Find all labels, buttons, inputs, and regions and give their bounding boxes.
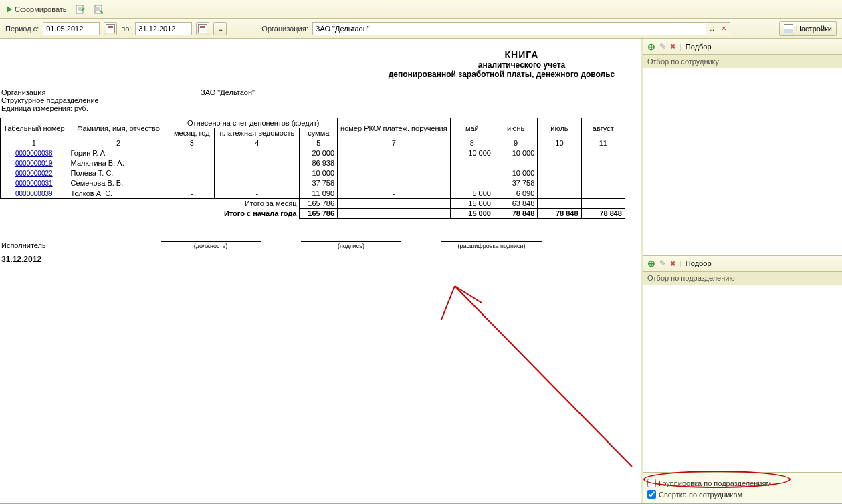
total-month-may: 15 000: [450, 199, 494, 209]
cell-tabnum[interactable]: 0000000019: [1, 158, 68, 168]
cell-jul: [538, 178, 581, 188]
emp-panel-toolbar: ⊕ ✎ ✖ | Подбор: [643, 39, 842, 55]
table-row: 0000000022Полева Т. С.--10 000-10 000: [1, 168, 625, 178]
org-value: ЗАО "Дельтаон": [316, 25, 370, 33]
settings-button[interactable]: Настройки: [779, 21, 837, 36]
dept-filter-list[interactable]: [643, 285, 842, 473]
report-icon: [75, 4, 86, 15]
edit-icon[interactable]: ✎: [659, 42, 666, 51]
period-to-calendar[interactable]: [196, 22, 209, 35]
colnum: 9: [494, 138, 537, 148]
total-year-aug: 78 848: [581, 209, 625, 219]
colnum: 4: [215, 138, 300, 148]
col-fio: Фамилия, имя, отчество: [68, 118, 169, 138]
settings-label: Настройки: [796, 25, 832, 33]
add-icon[interactable]: ⊕: [647, 41, 655, 52]
toolbar-action-2[interactable]: [91, 3, 107, 16]
cell-vedom: -: [215, 168, 300, 178]
collapse-emp-row[interactable]: Свертка по сотрудникам: [647, 489, 838, 500]
svg-rect-0: [76, 5, 83, 13]
report-table: Табельный номер Фамилия, имя, отчество О…: [0, 118, 625, 219]
period-from-calendar[interactable]: [104, 22, 117, 35]
cell-may: [450, 158, 494, 168]
col-month: месяц, год: [169, 128, 215, 138]
cell-tabnum[interactable]: 0000000038: [1, 148, 68, 158]
group-by-dept-checkbox[interactable]: [647, 479, 656, 487]
colnum: 10: [538, 138, 581, 148]
table-row: 0000000039Толков А. С.--11 090-5 0006 09…: [1, 188, 625, 199]
delete-icon[interactable]: ✖: [670, 260, 675, 267]
table-row: 0000000038Горин Р. А.--20 000-10 00010 0…: [1, 148, 625, 158]
main-toolbar: Сформировать: [0, 0, 842, 19]
org-clear-button[interactable]: ✕: [718, 23, 730, 35]
col-aug: август: [581, 118, 625, 138]
edit-icon[interactable]: ✎: [659, 259, 666, 268]
col-may: май: [450, 118, 494, 138]
svg-rect-1: [95, 5, 102, 13]
cell-may: 5 000: [450, 188, 494, 199]
cell-may: [450, 178, 494, 188]
total-year-label: Итого с начала года: [1, 209, 300, 219]
cell-sum: 10 000: [300, 168, 338, 178]
cell-name: Малютина В. А.: [68, 158, 169, 168]
cell-tabnum[interactable]: 0000000031: [1, 178, 68, 188]
org-select-button[interactable]: ...: [706, 23, 718, 35]
period-from-input[interactable]: 01.05.2012: [43, 22, 100, 35]
total-year-may: 15 000: [450, 209, 494, 219]
delete-icon[interactable]: ✖: [670, 43, 675, 50]
select-button[interactable]: Подбор: [686, 43, 712, 51]
col-jun: июнь: [494, 118, 537, 138]
table-row: 0000000031Семенова В. В.--37 758-37 758: [1, 178, 625, 188]
period-select-button[interactable]: ...: [213, 22, 227, 35]
select-button[interactable]: Подбор: [686, 259, 712, 267]
cell-vedom: -: [215, 158, 300, 168]
total-month-label: Итого за месяц: [1, 199, 300, 209]
rpt-org-value: ЗАО "Дельтаон": [201, 88, 255, 96]
cell-jun: [494, 158, 537, 168]
collapse-emp-checkbox[interactable]: [647, 490, 656, 499]
cell-rko: -: [338, 188, 451, 199]
settings-icon: [784, 24, 793, 33]
report-date: 31.12.2012: [0, 255, 641, 264]
toolbar-action-1[interactable]: [72, 3, 88, 16]
dots-icon: ...: [219, 25, 222, 32]
add-icon[interactable]: ⊕: [647, 258, 655, 269]
colnum: 1: [1, 138, 68, 148]
dots-icon: ...: [710, 25, 714, 32]
cell-sum: 20 000: [300, 148, 338, 158]
period-to-label: по:: [121, 25, 131, 33]
form-button[interactable]: Сформировать: [4, 4, 70, 15]
colnum: 5: [300, 138, 338, 148]
org-input[interactable]: ЗАО "Дельтаон" ... ✕: [312, 22, 730, 35]
form-button-label: Сформировать: [15, 5, 67, 13]
cell-month: -: [169, 158, 215, 168]
sig-name: (расшифровка подписи): [441, 241, 542, 249]
emp-filter-list[interactable]: [643, 68, 842, 255]
total-year-sum: 165 786: [300, 209, 338, 219]
col-jul: июль: [538, 118, 581, 138]
cell-sum: 86 938: [300, 158, 338, 168]
colnum: 7: [338, 138, 451, 148]
sig-post: (должность): [161, 241, 261, 249]
cell-may: [450, 168, 494, 178]
dept-panel-toolbar: ⊕ ✎ ✖ | Подбор: [643, 256, 842, 272]
cell-name: Толков А. С.: [68, 188, 169, 199]
cell-tabnum[interactable]: 0000000022: [1, 168, 68, 178]
total-month-aug: [581, 199, 625, 209]
period-to-input[interactable]: 31.12.2012: [135, 22, 192, 35]
org-label: Организация:: [261, 25, 308, 33]
cell-month: -: [169, 188, 215, 199]
cell-jul: [538, 158, 581, 168]
play-icon: [7, 6, 12, 13]
col-tabnum: Табельный номер: [1, 118, 68, 138]
cell-rko: -: [338, 148, 451, 158]
rpt-unit-label: Структурное подразделение: [0, 96, 201, 104]
cell-name: Полева Т. С.: [68, 168, 169, 178]
colnum: 3: [169, 138, 215, 148]
group-by-dept-row[interactable]: Группировка по подразделениям: [647, 477, 838, 489]
total-year-jun: 78 848: [494, 209, 537, 219]
cell-sum: 37 758: [300, 178, 338, 188]
cell-tabnum[interactable]: 0000000039: [1, 188, 68, 199]
cell-jul: [538, 188, 581, 199]
cell-vedom: -: [215, 148, 300, 158]
